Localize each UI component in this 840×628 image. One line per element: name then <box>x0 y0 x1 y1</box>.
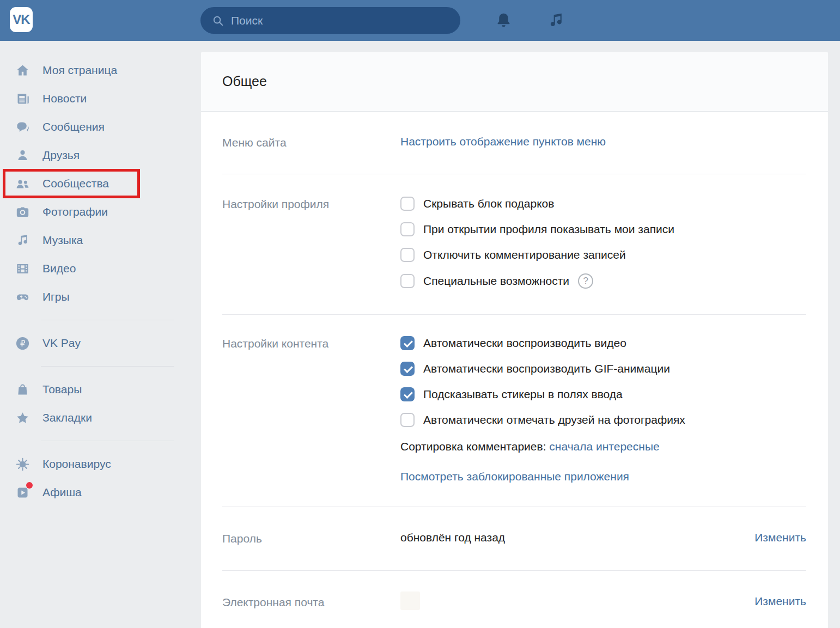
email-value-redacted <box>400 592 420 610</box>
sidebar-item-messages[interactable]: Сообщения <box>0 113 201 141</box>
sidebar-item-communities[interactable]: Сообщества <box>0 169 201 198</box>
change-password-link[interactable]: Изменить <box>754 531 806 545</box>
checkbox-suggest-stickers[interactable] <box>400 387 415 401</box>
sidebar-item-label: Товары <box>42 383 82 396</box>
checkbox-autoplay-gif[interactable] <box>400 362 415 376</box>
sidebar-item-label: Афиша <box>42 486 82 499</box>
gamepad-icon <box>14 288 31 306</box>
page-title: Общее <box>222 74 267 89</box>
checkbox-row: Автоматически воспроизводить видео <box>400 336 806 350</box>
checkbox-row: Специальные возможности ? <box>400 273 806 289</box>
sidebar-item-label: VK Pay <box>42 337 81 350</box>
checkbox-accessibility[interactable] <box>400 274 415 288</box>
vk-settings-page: VK Поиск Моя страни <box>0 0 840 628</box>
sidebar-item-news[interactable]: Новости <box>0 84 201 113</box>
music-icon <box>14 231 31 249</box>
sidebar-item-photos[interactable]: Фотографии <box>0 198 201 226</box>
checkbox-label: Подсказывать стикеры в полях ввода <box>423 388 623 401</box>
sidebar-item-video[interactable]: Видео <box>0 254 201 283</box>
sidebar-item-games[interactable]: Игры <box>0 283 201 311</box>
checkbox-autoplay-video[interactable] <box>400 336 415 350</box>
search-placeholder: Поиск <box>231 14 263 27</box>
checkbox-label: Автоматически отмечать друзей на фотогра… <box>423 413 685 426</box>
sidebar-item-label: Сообщения <box>42 120 105 133</box>
checkbox-label: Автоматически воспроизводить GIF-анимаци… <box>423 362 670 375</box>
sidebar-item-music[interactable]: Музыка <box>0 226 201 254</box>
sidebar-item-label: Моя страница <box>42 64 117 77</box>
settings-card: Общее Меню сайта Настроить отображение п… <box>201 52 828 628</box>
checkbox-row: При открытии профиля показывать мои запи… <box>400 222 806 236</box>
blocked-apps-link[interactable]: Посмотреть заблокированные приложения <box>400 470 629 483</box>
sidebar-item-label: Закладки <box>42 411 92 424</box>
row-password: Пароль обновлён год назад Изменить <box>222 507 806 571</box>
sidebar-item-label: Друзья <box>42 149 80 162</box>
star-icon <box>14 409 31 426</box>
checkbox-row: Скрывать блок подарков <box>400 197 806 211</box>
change-email-link[interactable]: Изменить <box>754 595 806 610</box>
checkbox-row: Автоматически отмечать друзей на фотогра… <box>400 413 806 427</box>
sidebar-item-coronavirus[interactable]: Коронавирус <box>0 450 201 478</box>
communities-icon <box>14 175 31 192</box>
checkbox-row: Подсказывать стикеры в полях ввода <box>400 387 806 401</box>
checkbox-label: Скрывать блок подарков <box>423 197 554 210</box>
checkbox-label: Отключить комментирование записей <box>423 248 626 261</box>
search-input[interactable]: Поиск <box>200 7 460 34</box>
sidebar-item-vk-pay[interactable]: VK Pay <box>0 329 201 357</box>
sidebar-item-label: Фотографии <box>42 205 108 218</box>
sidebar-item-label: Сообщества <box>42 177 109 190</box>
music-icon[interactable] <box>547 11 565 29</box>
row-label: Электронная почта <box>222 595 400 610</box>
password-status: обновлён год назад <box>400 531 505 545</box>
comment-sorting-label: Сортировка комментариев: <box>400 440 546 453</box>
checkbox-hide-gifts[interactable] <box>400 197 415 211</box>
row-profile-settings: Настройки профиля Скрывать блок подарков… <box>222 174 806 315</box>
sidebar-divider <box>41 441 174 441</box>
sidebar-item-afisha[interactable]: Афиша <box>0 478 201 507</box>
checkbox-row: Автоматически воспроизводить GIF-анимаци… <box>400 362 806 376</box>
sidebar-item-label: Игры <box>42 290 70 303</box>
checkbox-label: Автоматически воспроизводить видео <box>423 337 626 350</box>
sidebar-item-label: Музыка <box>42 234 83 247</box>
row-email: Электронная почта Изменить <box>222 571 806 628</box>
vk-logo[interactable]: VK <box>10 7 33 32</box>
bell-icon[interactable] <box>495 11 513 29</box>
sidebar-item-friends[interactable]: Друзья <box>0 141 201 169</box>
virus-icon <box>14 455 31 473</box>
sidebar-divider <box>41 320 174 320</box>
help-icon[interactable]: ? <box>578 273 593 289</box>
sidebar-item-my-page[interactable]: Моя страница <box>0 56 201 84</box>
sidebar-divider <box>41 366 174 367</box>
checkbox-auto-tag-friends[interactable] <box>400 413 415 427</box>
top-navigation-bar: VK Поиск <box>0 0 840 41</box>
row-label: Меню сайта <box>222 135 400 149</box>
sidebar-item-label: Коронавирус <box>42 458 111 471</box>
video-icon <box>14 260 31 277</box>
checkbox-label: Специальные возможности <box>423 275 569 288</box>
sidebar: Моя страница Новости Сообщения <box>0 41 201 628</box>
friend-icon <box>14 147 31 164</box>
settings-header: Общее <box>201 52 828 112</box>
home-icon <box>14 62 31 79</box>
camera-icon <box>14 203 31 221</box>
vkpay-icon <box>14 334 31 352</box>
search-icon <box>212 15 224 27</box>
checkbox-disable-comments[interactable] <box>400 248 415 262</box>
bag-icon <box>14 381 31 398</box>
sidebar-item-bookmarks[interactable]: Закладки <box>0 404 201 432</box>
messages-icon <box>14 118 31 136</box>
row-content-settings: Настройки контента Автоматически воспрои… <box>222 315 806 507</box>
sidebar-item-goods[interactable]: Товары <box>0 375 201 404</box>
comment-sorting-link[interactable]: сначала интересные <box>549 440 659 453</box>
checkbox-show-my-posts[interactable] <box>400 222 415 236</box>
checkbox-label: При открытии профиля показывать мои запи… <box>423 223 674 236</box>
row-label: Настройки контента <box>222 336 400 483</box>
row-label: Настройки профиля <box>222 197 400 289</box>
row-site-menu: Меню сайта Настроить отображение пунктов… <box>222 112 806 174</box>
configure-menu-link[interactable]: Настроить отображение пунктов меню <box>400 135 606 148</box>
news-icon <box>14 90 31 107</box>
checkbox-row: Отключить комментирование записей <box>400 248 806 262</box>
sidebar-item-label: Новости <box>42 92 87 105</box>
comment-sorting-line: Сортировка комментариев: сначала интерес… <box>400 440 806 453</box>
notification-badge <box>26 482 33 489</box>
sidebar-item-label: Видео <box>42 262 76 275</box>
